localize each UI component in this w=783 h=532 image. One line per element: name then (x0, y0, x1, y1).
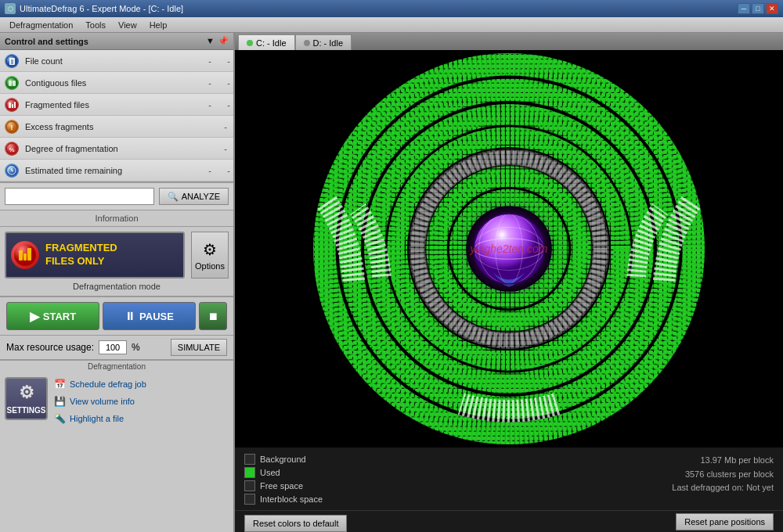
minimize-button[interactable]: ─ (738, 3, 750, 14)
gear-icon: ⚙ (203, 240, 217, 259)
free-label: Free space (260, 481, 303, 491)
drive-d-label: D: - Idle (313, 38, 344, 48)
calendar-icon: 📅 (54, 379, 66, 390)
file-count-value2: - (215, 56, 230, 66)
svg-rect-10 (9, 102, 11, 108)
drive-c-indicator (247, 40, 253, 46)
stop-icon: ⏹ (208, 311, 218, 322)
stat-row-excess[interactable]: ! Excess fragments - (0, 116, 233, 138)
play-icon: ▶ (30, 309, 39, 324)
view-volume-link[interactable]: 💾 View volume info (54, 394, 146, 408)
file-count-value: - (208, 56, 211, 66)
legend-area: Background ✓ Used Free space Interblock … (235, 448, 783, 510)
mb-per-block: 13.97 Mb per block (672, 454, 774, 468)
pause-button[interactable]: ⏸ PAUSE (103, 302, 196, 330)
maximize-button[interactable]: □ (752, 3, 764, 14)
control-section: ▶ START ⏸ PAUSE ⏹ (0, 297, 233, 336)
time-icon (3, 162, 20, 179)
stat-row-fragmented[interactable]: Fragmented files - - (0, 94, 233, 116)
main-area: Control and settings ▼ 📌 File count - - (0, 33, 783, 532)
right-panel: C: - Idle D: - Idle /* rings drawn below… (235, 33, 783, 532)
degree-value: - (224, 144, 227, 153)
file-count-icon (3, 52, 20, 70)
svg-rect-24 (27, 248, 31, 261)
app-icon: ⬡ (5, 3, 16, 14)
excess-label: Excess fragments (25, 122, 224, 131)
pin-icon[interactable]: 📌 (218, 36, 229, 46)
last-defragged: Last defragged on: Not yet (672, 481, 774, 495)
background-label: Background (260, 455, 306, 464)
legend-used[interactable]: ✓ Used (244, 467, 354, 478)
viz-info: 13.97 Mb per block 3576 clusters per blo… (672, 454, 774, 495)
analyze-button[interactable]: 🔍 ANALYZE (159, 188, 229, 205)
simulate-button[interactable]: SIMULATE (171, 339, 227, 356)
contiguous-value2: - (215, 78, 230, 88)
reset-pane-button[interactable]: Reset pane positions (676, 513, 774, 530)
defrag-mode-section: FRAGMENTED FILES ONLY ⚙ Options Defragme… (0, 227, 233, 297)
settings-gear-icon: ⚙ (19, 383, 34, 403)
svg-rect-22 (19, 250, 23, 261)
settings-button[interactable]: ⚙ SETTINGS (5, 377, 48, 420)
legend-background[interactable]: Background (244, 454, 354, 465)
svg-rect-11 (12, 104, 13, 108)
free-checkbox[interactable] (244, 480, 255, 491)
viz-buttons: Reset colors to default Reset pane posit… (235, 510, 783, 532)
disk-visualization: /* rings drawn below */ (235, 50, 783, 448)
stat-row-time[interactable]: Estimated time remaining - - (0, 160, 233, 182)
analyze-section: 🔍 ANALYZE (0, 183, 233, 210)
menu-tools[interactable]: Tools (79, 19, 112, 31)
time-label: Estimated time remaining (25, 166, 208, 175)
stat-row-degree[interactable]: % Degree of fragmentation - (0, 138, 233, 160)
reset-colors-button[interactable]: Reset colors to default (244, 515, 347, 532)
file-count-label: File count (25, 56, 208, 66)
drive-tab-d[interactable]: D: - Idle (295, 34, 352, 50)
defrag-mode-box[interactable]: FRAGMENTED FILES ONLY (5, 232, 185, 279)
analyze-input[interactable] (5, 188, 154, 205)
schedule-defrag-link[interactable]: 📅 Schedule defrag job (54, 377, 146, 391)
resource-label: Max resource usage: (6, 342, 94, 353)
disk-icon: 💾 (54, 396, 66, 407)
degree-icon: % (3, 140, 20, 157)
settings-links: 📅 Schedule defrag job 💾 View volume info… (54, 377, 146, 426)
options-button[interactable]: ⚙ Options (191, 232, 229, 279)
used-label: Used (260, 468, 280, 477)
excess-icon: ! (3, 118, 20, 135)
used-checkbox[interactable]: ✓ (244, 467, 255, 478)
menubar: Defragmentation Tools View Help (0, 17, 783, 33)
time-value2: - (215, 166, 230, 175)
defrag-mode-label: Defragmentation mode (73, 282, 161, 291)
information-label: Information (0, 210, 233, 227)
resource-input[interactable] (99, 340, 127, 354)
svg-rect-23 (23, 253, 27, 261)
legend-interblock[interactable]: Interblock space (244, 494, 354, 505)
background-checkbox[interactable] (244, 454, 255, 465)
interblock-label: Interblock space (260, 494, 323, 504)
drive-tab-c[interactable]: C: - Idle (238, 34, 295, 50)
svg-rect-12 (14, 102, 16, 108)
stat-row-contiguous[interactable]: Contiguous files - - (0, 72, 233, 94)
legend: Background ✓ Used Free space Interblock … (244, 454, 354, 505)
fragmented-value2: - (215, 100, 230, 110)
menu-defragmentation[interactable]: Defragmentation (3, 19, 79, 31)
window-controls[interactable]: ─ □ ✕ (738, 3, 778, 14)
stat-row-file-count[interactable]: File count - - (0, 50, 233, 72)
search-icon: 🔍 (168, 192, 179, 202)
interblock-checkbox[interactable] (244, 494, 255, 505)
excess-value: - (224, 122, 227, 131)
drive-d-indicator (304, 40, 310, 46)
close-button[interactable]: ✕ (766, 3, 778, 14)
stop-button[interactable]: ⏹ (199, 302, 227, 330)
contiguous-value: - (208, 78, 211, 88)
menu-help[interactable]: Help (143, 19, 174, 31)
highlight-file-link[interactable]: 🔦 Highlight a file (54, 412, 146, 426)
left-panel: Control and settings ▼ 📌 File count - - (0, 33, 235, 532)
menu-view[interactable]: View (112, 19, 143, 31)
svg-text:!: ! (11, 124, 13, 131)
defrag-mode-icon (11, 241, 39, 269)
legend-free[interactable]: Free space (244, 480, 354, 491)
start-button[interactable]: ▶ START (6, 302, 99, 330)
svg-rect-7 (13, 81, 16, 86)
defrag-mode-text: FRAGMENTED FILES ONLY (45, 242, 117, 268)
titlebar-left: ⬡ UltimateDefrag 6 - Expert Mode - [C: -… (5, 3, 183, 14)
collapse-icon[interactable]: ▼ (206, 36, 215, 46)
